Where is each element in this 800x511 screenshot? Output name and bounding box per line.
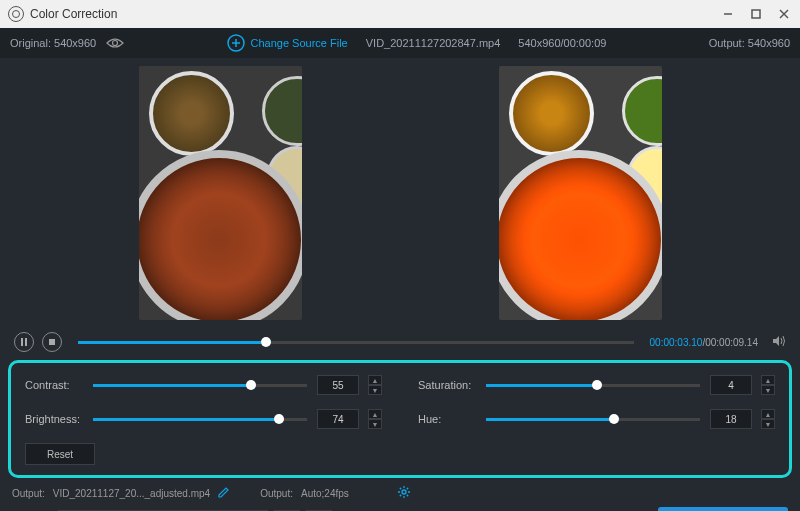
svg-rect-8 [21, 338, 23, 346]
contrast-down[interactable]: ▼ [368, 385, 382, 395]
svg-rect-10 [49, 339, 55, 345]
hue-label: Hue: [418, 413, 476, 425]
playbar: 00:00:03.10/00:00:09.14 [0, 328, 800, 356]
brightness-down[interactable]: ▼ [368, 419, 382, 429]
contrast-control: Contrast: 55 ▲ ▼ [25, 375, 382, 395]
titlebar: Color Correction [0, 0, 800, 28]
saturation-knob[interactable] [592, 380, 602, 390]
hue-value[interactable]: 18 [710, 409, 752, 429]
app-logo-icon [8, 6, 24, 22]
output-format-label: Output: [260, 488, 293, 499]
contrast-value[interactable]: 55 [317, 375, 359, 395]
preview-original [139, 66, 302, 320]
brightness-slider[interactable] [93, 418, 307, 421]
saturation-label: Saturation: [418, 379, 476, 391]
pause-button[interactable] [14, 332, 34, 352]
change-source-label: Change Source File [251, 37, 348, 49]
timeline-thumb[interactable] [261, 337, 271, 347]
correction-panel: Contrast: 55 ▲ ▼ Saturation: 4 ▲ ▼ [8, 360, 792, 478]
svg-point-4 [113, 41, 118, 46]
hue-knob[interactable] [609, 414, 619, 424]
preview-area [0, 58, 800, 328]
change-source-button[interactable]: Change Source File [227, 34, 348, 52]
saturation-down[interactable]: ▼ [761, 385, 775, 395]
contrast-up[interactable]: ▲ [368, 375, 382, 385]
plus-circle-icon [227, 34, 245, 52]
contrast-label: Contrast: [25, 379, 83, 391]
hue-up[interactable]: ▲ [761, 409, 775, 419]
volume-icon[interactable] [772, 335, 786, 349]
timecode: 00:00:03.10/00:00:09.14 [650, 337, 758, 348]
output-info-row: Output: VID_20211127_20..._adjusted.mp4 … [0, 482, 800, 504]
minimize-button[interactable] [720, 6, 736, 22]
brightness-up[interactable]: ▲ [368, 409, 382, 419]
brightness-value[interactable]: 74 [317, 409, 359, 429]
source-filename: VID_20211127202847.mp4 [366, 37, 501, 49]
original-dimensions: Original: 540x960 [10, 37, 96, 49]
saturation-control: Saturation: 4 ▲ ▼ [418, 375, 775, 395]
saturation-slider[interactable] [486, 384, 700, 387]
preview-output [499, 66, 662, 320]
brightness-knob[interactable] [274, 414, 284, 424]
contrast-slider[interactable] [93, 384, 307, 387]
preview-eye-icon[interactable] [106, 37, 124, 49]
source-fileinfo: 540x960/00:00:09 [518, 37, 606, 49]
brightness-label: Brightness: [25, 413, 83, 425]
maximize-button[interactable] [748, 6, 764, 22]
bottom-row: Save to: C:\Vidmore\Vidmore Vi...rter\Co… [0, 504, 800, 511]
export-button[interactable]: Export [658, 507, 788, 511]
total-time: /00:00:09.14 [702, 337, 758, 348]
svg-rect-1 [752, 10, 760, 18]
saturation-value[interactable]: 4 [710, 375, 752, 395]
output-file-label: Output: [12, 488, 45, 499]
hue-down[interactable]: ▼ [761, 419, 775, 429]
brightness-control: Brightness: 74 ▲ ▼ [25, 409, 382, 429]
timeline-slider[interactable] [78, 341, 634, 344]
output-format-value: Auto;24fps [301, 488, 349, 499]
output-settings-icon[interactable] [397, 485, 411, 501]
stop-button[interactable] [42, 332, 62, 352]
window-title: Color Correction [30, 7, 720, 21]
hue-slider[interactable] [486, 418, 700, 421]
svg-point-11 [402, 490, 406, 494]
svg-rect-9 [25, 338, 27, 346]
hue-control: Hue: 18 ▲ ▼ [418, 409, 775, 429]
contrast-knob[interactable] [246, 380, 256, 390]
close-button[interactable] [776, 6, 792, 22]
edit-filename-icon[interactable] [218, 486, 230, 500]
output-filename: VID_20211127_20..._adjusted.mp4 [53, 488, 210, 499]
reset-button[interactable]: Reset [25, 443, 95, 465]
current-time: 00:00:03.10 [650, 337, 703, 348]
output-dimensions: Output: 540x960 [709, 37, 790, 49]
top-info-bar: Original: 540x960 Change Source File VID… [0, 28, 800, 58]
saturation-up[interactable]: ▲ [761, 375, 775, 385]
